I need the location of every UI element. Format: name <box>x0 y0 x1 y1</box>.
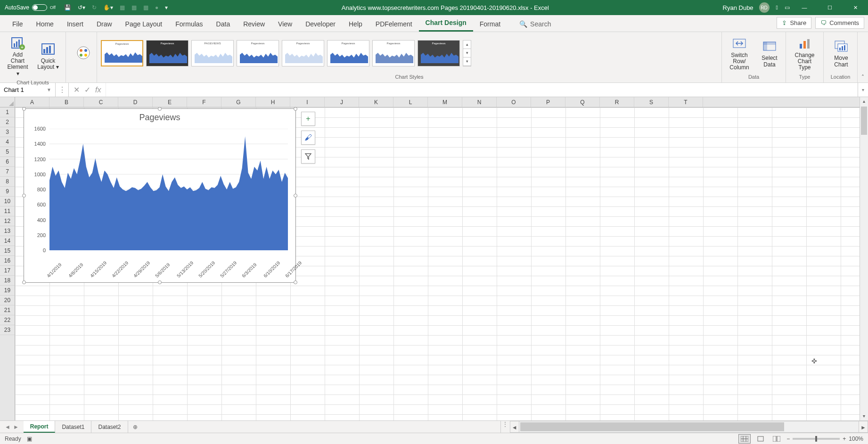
row-header[interactable]: 12 <box>0 216 15 226</box>
column-header[interactable]: H <box>256 97 290 107</box>
touch-icon[interactable]: ✋▾ <box>103 4 113 11</box>
chart-styles-button[interactable]: 🖌 <box>301 131 315 145</box>
move-chart-button[interactable]: Move Chart <box>827 37 855 68</box>
zoom-level[interactable]: 100% <box>849 436 863 442</box>
row-header[interactable]: 3 <box>0 127 15 137</box>
zoom-slider[interactable] <box>793 438 840 440</box>
tab-file[interactable]: File <box>6 16 30 32</box>
chart-y-axis[interactable]: 02004006008001000120014001600 <box>29 129 48 250</box>
select-data-button[interactable]: Select Data <box>756 37 783 68</box>
chart-style-8[interactable]: Pageviews <box>418 40 460 66</box>
row-header[interactable]: 17 <box>0 266 15 276</box>
row-header[interactable]: 15 <box>0 246 15 256</box>
tab-review[interactable]: Review <box>237 16 271 32</box>
change-chart-type-button[interactable]: Change Chart Type <box>790 34 819 72</box>
row-header[interactable]: 4 <box>0 137 15 147</box>
new-sheet-button[interactable]: ⊕ <box>128 421 142 433</box>
view-page-layout-button[interactable] <box>754 434 767 444</box>
enter-formula-icon[interactable]: ✓ <box>84 85 90 94</box>
search-box[interactable]: 🔍 Search <box>514 16 557 32</box>
row-header[interactable]: 10 <box>0 197 15 206</box>
sheet-tab-dataset2[interactable]: Dataset2 <box>91 421 128 433</box>
column-header[interactable]: N <box>462 97 497 107</box>
sheet-nav-next[interactable]: ► <box>13 424 19 430</box>
row-header[interactable]: 5 <box>0 147 15 157</box>
view-normal-button[interactable] <box>738 434 751 444</box>
chart-style-6[interactable]: Pageviews <box>327 40 369 66</box>
zoom-out-button[interactable]: − <box>786 436 790 442</box>
autosave-toggle[interactable]: AutoSave Off <box>5 4 56 11</box>
qat-dropdown-icon[interactable]: ▾ <box>165 4 168 11</box>
switch-row-column-button[interactable]: Switch Row/ Column <box>726 34 753 72</box>
embedded-chart[interactable]: + 🖌 Pageviews 02004006008001000120014001… <box>24 108 296 283</box>
row-header[interactable]: 21 <box>0 305 15 315</box>
chart-style-3[interactable]: PAGEVIEWS <box>191 40 234 66</box>
row-header[interactable]: 22 <box>0 315 15 325</box>
zoom-in-button[interactable]: + <box>843 436 846 442</box>
redo-icon[interactable]: ↻ <box>92 4 97 11</box>
column-header[interactable]: E <box>153 97 187 107</box>
tab-page-layout[interactable]: Page Layout <box>119 16 169 32</box>
chart-style-5[interactable]: Pageviews <box>282 40 324 66</box>
tab-data[interactable]: Data <box>210 16 237 32</box>
column-header[interactable]: B <box>49 97 84 107</box>
tab-format[interactable]: Format <box>473 16 507 32</box>
view-page-break-button[interactable] <box>770 434 783 444</box>
cancel-formula-icon[interactable]: ✕ <box>74 85 80 94</box>
column-header[interactable]: R <box>600 97 634 107</box>
coming-soon-icon[interactable]: 𓏢 <box>776 4 778 11</box>
sheet-tab-report[interactable]: Report <box>24 421 56 433</box>
chart-x-axis[interactable]: 4/1/20194/8/20194/15/20194/22/20194/29/2… <box>49 252 288 279</box>
ribbon-display-icon[interactable]: ▭ <box>785 4 790 11</box>
row-header[interactable]: 16 <box>0 256 15 266</box>
chart-style-7[interactable]: Pageviews <box>372 40 415 66</box>
column-header[interactable]: Q <box>565 97 600 107</box>
chart-plot-area[interactable] <box>49 129 288 250</box>
tab-help[interactable]: Help <box>342 16 369 32</box>
name-box[interactable]: Chart 1▼ <box>0 83 56 97</box>
column-header[interactable]: K <box>359 97 393 107</box>
chart-style-1[interactable]: Pageviews <box>101 40 143 66</box>
comments-button[interactable]: 🗨Comments <box>815 17 864 29</box>
tab-chart-design[interactable]: Chart Design <box>419 15 473 32</box>
tab-home[interactable]: Home <box>30 16 60 32</box>
horizontal-scrollbar[interactable]: ◄ ► <box>510 421 868 433</box>
tab-draw[interactable]: Draw <box>90 16 119 32</box>
row-header[interactable]: 1 <box>0 107 15 117</box>
column-header[interactable]: T <box>669 97 703 107</box>
fx-icon[interactable]: fx <box>95 86 101 94</box>
share-button[interactable]: ⇪Share <box>777 17 811 29</box>
chart-style-2[interactable]: Pageviews <box>146 40 188 66</box>
row-header[interactable]: 11 <box>0 206 15 216</box>
styles-scroll[interactable]: ▴▾▾ <box>463 40 471 66</box>
column-header[interactable]: O <box>497 97 531 107</box>
tab-pdfelement[interactable]: PDFelement <box>369 16 419 32</box>
close-button[interactable]: ✕ <box>844 0 866 15</box>
save-icon[interactable]: 💾 <box>64 4 71 11</box>
row-header[interactable]: 20 <box>0 296 15 305</box>
column-header[interactable]: P <box>531 97 565 107</box>
chart-style-4[interactable]: Pageviews <box>237 40 279 66</box>
account-name[interactable]: Ryan Dube <box>723 4 753 11</box>
sheet-tab-dataset1[interactable]: Dataset1 <box>55 421 91 433</box>
column-header[interactable]: J <box>325 97 359 107</box>
column-header[interactable]: C <box>84 97 118 107</box>
minimize-button[interactable]: — <box>794 0 815 15</box>
record-icon[interactable]: ● <box>155 4 158 11</box>
chart-elements-button[interactable]: + <box>301 112 315 126</box>
column-header[interactable]: F <box>187 97 221 107</box>
column-header[interactable]: I <box>290 97 325 107</box>
row-header[interactable]: 18 <box>0 276 15 286</box>
row-header[interactable]: 2 <box>0 117 15 127</box>
tab-view[interactable]: View <box>271 16 299 32</box>
column-header[interactable]: L <box>393 97 428 107</box>
chart-filters-button[interactable] <box>301 149 315 164</box>
tab-formulas[interactable]: Formulas <box>169 16 209 32</box>
row-header[interactable]: 9 <box>0 187 15 197</box>
formula-input[interactable] <box>106 83 858 97</box>
column-header[interactable]: A <box>15 97 49 107</box>
column-header[interactable]: S <box>634 97 669 107</box>
row-header[interactable]: 7 <box>0 167 15 177</box>
expand-formula-bar[interactable]: ▾ <box>858 83 868 97</box>
row-header[interactable]: 19 <box>0 286 15 296</box>
